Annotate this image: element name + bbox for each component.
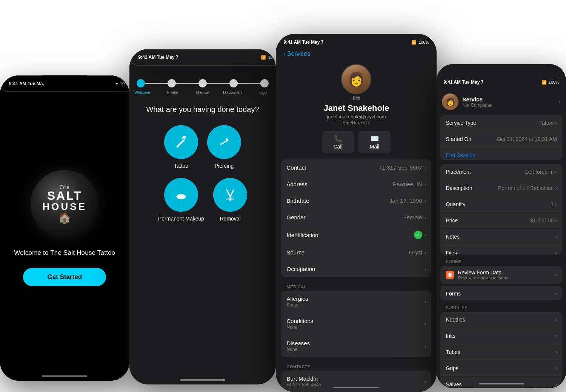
makeup-circle (164, 178, 198, 212)
inks-row[interactable]: Inks › (440, 328, 562, 344)
wifi-icon: ▾ (116, 81, 118, 86)
call-button[interactable]: 📞 Call (322, 131, 354, 153)
avatar: 👩 (341, 64, 371, 94)
back-chevron: ‹ (283, 51, 285, 57)
label-medical: Medical (188, 90, 218, 95)
source-value: Gryzl › (409, 249, 426, 256)
contact-row-label: Contact (286, 164, 306, 171)
tubes-row[interactable]: Tubes › (440, 344, 562, 360)
status-icons-d4: 📶 100% (541, 80, 559, 85)
service-sub: Not Completed (462, 103, 559, 108)
forms-label: Forms (446, 291, 461, 297)
id-value: ✓ › (414, 231, 426, 239)
source-row[interactable]: Source Gryzl › (281, 244, 431, 261)
conditions-label-wrap: Conditions None (286, 318, 313, 330)
logo-salt: SALT (47, 190, 82, 202)
status-time-d2: 9:41 AM Tue May 7 (138, 55, 178, 60)
forms-row-group: Forms › (440, 286, 562, 300)
forms-text: Review Form Data Review responses to for… (458, 270, 551, 280)
client-pronouns: She/Her/Hers (343, 120, 370, 126)
review-form-title: Review Form Data (458, 270, 551, 276)
occupation-row[interactable]: Occupation › (281, 261, 431, 277)
profile-area: 👩 Edit Janet Snakehole janetsnakehole@gr… (276, 60, 437, 159)
chevron-placement: › (555, 169, 557, 175)
notes-row[interactable]: Notes › (440, 229, 562, 245)
review-form-row[interactable]: 📋 Review Form Data Review responses to f… (440, 266, 562, 284)
burt-row[interactable]: Burt Macklin +1 317-555-4545 › (281, 371, 431, 392)
placement-row[interactable]: Placement Left forearm › (440, 164, 562, 180)
mail-button[interactable]: ✉️ Mail (358, 131, 391, 153)
contacts-group: Burt Macklin +1 317-555-4545 › + Add Phy… (281, 371, 431, 392)
files-label: Files (446, 250, 457, 254)
needles-row[interactable]: Needles › (440, 312, 562, 328)
allergies-row[interactable]: Allergies Soaps › (281, 291, 431, 313)
info-rows-group: Contact +1 317-555-6667 › Address Pawnee… (281, 159, 431, 277)
status-time-d3: 9:41 AM Tue May 7 (283, 40, 323, 45)
service-permanent-makeup[interactable]: Permanent Makeup (158, 178, 204, 222)
conditions-row[interactable]: Conditions None › (281, 313, 431, 335)
salves-row[interactable]: Salves › (440, 377, 562, 387)
forms-row[interactable]: Forms › (440, 286, 562, 300)
address-row[interactable]: Address Pawnee, IN › (281, 176, 431, 193)
source-label: Source (286, 249, 305, 256)
wifi-d4: 📶 (541, 80, 547, 85)
step-sign-dot (260, 79, 269, 87)
home-indicator-d1 (42, 375, 87, 377)
placement-group: Placement Left forearm › Description Por… (440, 164, 562, 254)
files-row[interactable]: Files › (440, 245, 562, 254)
chevron-source: › (424, 250, 426, 256)
get-started-button[interactable]: Get Started (23, 268, 106, 286)
chevron-grips: › (555, 365, 557, 371)
placement-label: Placement (446, 169, 471, 175)
price-row[interactable]: Price $1,200.00 › (440, 213, 562, 229)
contacts-section-header: CONTACTS (281, 360, 431, 371)
prog-line-3 (207, 83, 229, 84)
service-type-row[interactable]: Service Type Tattoo › (440, 115, 562, 131)
description-row[interactable]: Description Portrait of Lil' Sebastian › (440, 180, 562, 196)
svg-point-4 (226, 138, 228, 141)
chevron-service-top: › (559, 99, 561, 105)
device-client-profile: 9:41 AM Tue May 7 📶 100% ‹ Services 👩 Ed… (276, 34, 437, 392)
service-tattoo[interactable]: Tattoo (164, 125, 198, 169)
quantity-row[interactable]: Quantity 1 › (440, 196, 562, 213)
diseases-row[interactable]: Diseases None › (281, 335, 431, 357)
removal-label: Removal (220, 216, 241, 222)
grips-label: Grips (446, 365, 458, 371)
service-grid: Tattoo Piercing (129, 121, 276, 225)
chevron-needles: › (555, 317, 557, 323)
supplies-group: Needles › Inks › Tubes › Grips › (440, 312, 562, 387)
chevron-gender: › (424, 214, 426, 220)
service-type-label: Service Type (446, 120, 476, 126)
started-on-value: Oct 31, 2024 at 10:31 AM (497, 136, 557, 142)
contact-row[interactable]: Contact +1 317-555-6667 › (281, 159, 431, 176)
identification-row[interactable]: Identification ✓ › (281, 226, 431, 244)
device-service-detail-screen: 9:41 AM Tue May 7 📶 100% 👩 Service Not C… (437, 64, 566, 388)
tattoo-icon (172, 133, 190, 151)
piercing-label: Piercing (215, 163, 234, 169)
status-bar-d3: 9:41 AM Tue May 7 📶 100% (276, 34, 437, 51)
service-piercing[interactable]: Piercing (207, 125, 241, 169)
back-link[interactable]: ‹ Services (283, 51, 310, 57)
allergies-sub: Soaps (286, 302, 308, 308)
end-session-row[interactable]: End Session (440, 147, 562, 160)
birthdate-label: Birthdate (286, 198, 309, 204)
status-time-d4: 9:41 AM Tue May 7 (443, 80, 483, 85)
label-welcome: Welcome (129, 90, 157, 95)
review-form-sub: Review responses to forms (458, 276, 551, 280)
conditions-label: Conditions (286, 318, 313, 324)
edit-label[interactable]: Edit (353, 96, 360, 100)
chevron-files: › (555, 250, 557, 254)
contact-row-value: +1 317-555-6667 › (379, 164, 426, 171)
status-icons-d1: ▾ 100% (116, 81, 129, 86)
gender-row[interactable]: Gender Female › (281, 209, 431, 226)
grips-row[interactable]: Grips › (440, 360, 562, 377)
mail-label: Mail (370, 144, 380, 150)
conditions-sub: None (286, 325, 313, 330)
device-welcome-screen: 9:41 AM Tue May 7 ▾ 100% The SALT HOUSE … (0, 75, 129, 381)
diseases-sub: None (286, 347, 310, 352)
service-removal[interactable]: Removal (213, 178, 247, 222)
svg-point-2 (183, 136, 186, 139)
birthdate-row[interactable]: Birthdate Jan 17, 1990 › (281, 193, 431, 209)
allergies-label: Allergies (286, 296, 308, 302)
piercing-circle (207, 125, 241, 159)
